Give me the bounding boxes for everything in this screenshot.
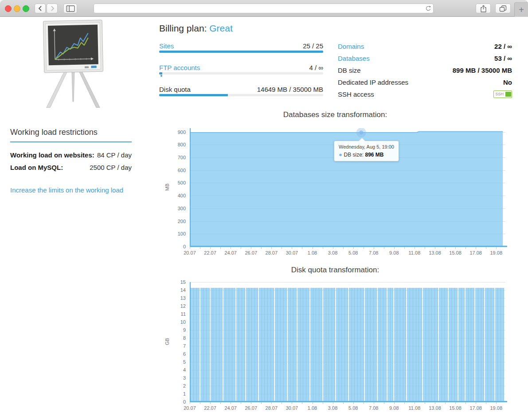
stat-value: 2500 CP / day	[90, 164, 132, 171]
disk-quota-column	[207, 288, 210, 401]
disk-quota-column	[232, 288, 235, 401]
new-tab-button[interactable]: +	[514, 2, 528, 17]
x-axis-tick	[404, 402, 405, 404]
disk-quota-column	[426, 288, 429, 401]
disk-quota-column	[236, 288, 239, 401]
quota-row: Sites25 / 25	[159, 42, 323, 50]
disk-quota-column	[365, 288, 368, 401]
disk-quota-column	[352, 288, 355, 401]
share-button[interactable]	[476, 4, 491, 13]
chart-plot-area[interactable]	[190, 282, 505, 402]
disk-quota-column	[462, 288, 465, 401]
increase-limits-link[interactable]: Increase the limits on the working load	[10, 186, 123, 194]
quota-progress-bar	[159, 94, 323, 96]
databases-size-chart: Databases size transformation:0100200300…	[161, 110, 509, 263]
disk-quota-column	[339, 288, 342, 401]
x-axis-tick	[435, 247, 435, 249]
quota-row: Disk quota14649 MB / 35000 MB	[159, 86, 323, 93]
billing-plan-label: Billing plan:	[159, 23, 207, 33]
x-axis-tick	[302, 402, 302, 404]
x-axis-tick-label: 11.08	[403, 250, 426, 255]
x-axis-tick	[313, 247, 313, 249]
sidebar-icon	[66, 5, 75, 12]
disk-quota-column	[319, 288, 322, 401]
x-axis-tick	[282, 247, 282, 249]
disk-quota-column	[281, 288, 284, 401]
disk-quota-column	[458, 288, 462, 401]
tooltip-date: Wednesday, Aug 5, 19:00	[339, 144, 394, 149]
chevron-left-icon	[37, 5, 43, 12]
x-axis-tick	[384, 247, 384, 249]
disk-quota-column	[452, 288, 455, 401]
working-load-heading: Working load restrictions	[10, 128, 132, 142]
url-input[interactable]	[94, 4, 423, 12]
x-axis-tick	[271, 247, 272, 249]
x-axis-tick	[292, 402, 292, 404]
x-axis-tick	[220, 247, 221, 249]
y-axis-tick-label: 900	[161, 130, 186, 135]
x-axis-tick	[455, 402, 456, 404]
disk-quota-column	[313, 288, 317, 401]
chart-title: Databases size transformation:	[161, 110, 509, 119]
x-axis-tick-label: 7.08	[363, 405, 385, 411]
x-axis-tick	[271, 402, 272, 404]
x-axis-tick-label: 19.08	[485, 250, 507, 255]
detail-row: Dedicated IP addressesNo	[338, 78, 512, 86]
disk-quota-column	[278, 288, 281, 401]
disk-quota-column	[255, 288, 258, 401]
disk-quota-column	[442, 288, 445, 401]
disk-quota-column	[223, 288, 227, 401]
x-axis-tick-label: 5.08	[342, 405, 364, 411]
detail-label-link[interactable]: Domains	[338, 43, 364, 50]
x-axis-tick	[343, 402, 344, 404]
address-bar[interactable]	[94, 4, 434, 13]
tabs-overview-button[interactable]	[495, 4, 511, 13]
x-axis-tick	[200, 247, 200, 249]
series-marker-icon: ●	[339, 151, 344, 158]
x-axis-tick	[374, 247, 374, 249]
close-button[interactable]	[5, 5, 12, 12]
x-axis-tick-label: 26.07	[240, 405, 262, 411]
detail-label-text: Dedicated IP addresses	[338, 79, 408, 86]
tabs-overview-icon	[499, 5, 507, 12]
x-axis-tick	[251, 247, 251, 249]
page-content: Working load restrictions Working load o…	[0, 17, 528, 420]
y-axis-tick-label: 14	[161, 287, 186, 293]
detail-value: No	[503, 79, 512, 86]
disk-quota-column	[211, 288, 214, 401]
x-axis-tick	[241, 247, 241, 249]
detail-value: 899 MB / 35000 MB	[453, 67, 512, 74]
y-axis-tick-label: 6	[161, 351, 186, 357]
x-axis-tick-label: 1.08	[301, 405, 324, 411]
quota-label-link[interactable]: FTP accounts	[159, 64, 200, 71]
x-axis-tick-label: 22.07	[199, 250, 221, 255]
y-axis-line	[190, 128, 191, 247]
disk-quota-column	[413, 288, 416, 401]
x-axis-tick	[210, 247, 211, 249]
quota-label-link[interactable]: Sites	[159, 42, 174, 50]
disk-quota-column	[378, 288, 381, 401]
chevron-right-icon	[49, 5, 55, 12]
detail-label-link[interactable]: Databases	[338, 55, 370, 62]
x-axis-tick	[476, 247, 476, 249]
detail-row: DB size899 MB / 35000 MB	[338, 66, 512, 74]
billing-plan-link[interactable]: Great	[209, 23, 233, 33]
x-axis-tick	[313, 402, 313, 404]
y-axis-tick-label: 2	[161, 383, 186, 389]
back-button[interactable]	[35, 4, 46, 13]
y-axis-tick-label: 300	[161, 206, 186, 211]
x-axis-tick	[302, 247, 302, 249]
disk-quota-column	[297, 288, 301, 401]
disk-quota-column	[374, 288, 377, 401]
zoom-button[interactable]	[23, 5, 29, 12]
sidebar-toggle-button[interactable]	[63, 4, 77, 13]
disk-quota-column	[306, 288, 309, 401]
tooltip-value-line: ● DB size: 896 MB	[339, 151, 394, 158]
refresh-icon[interactable]	[423, 5, 433, 12]
x-axis-tick-label: 5.08	[342, 250, 364, 255]
forward-button[interactable]	[47, 4, 58, 13]
disk-quota-column	[416, 288, 419, 401]
disk-quota-column	[200, 288, 203, 401]
minimize-button[interactable]	[14, 5, 20, 12]
quota-value: 4 / ∞	[309, 64, 323, 71]
